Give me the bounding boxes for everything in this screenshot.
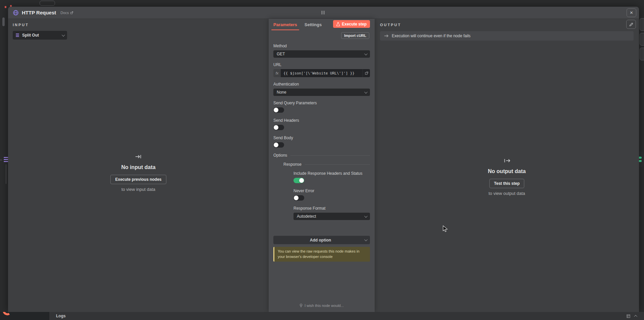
assistant-button-clip: [0, 312, 49, 320]
input-empty-title: No input data: [8, 164, 269, 170]
ai-assistant-icon[interactable]: [2, 312, 13, 316]
execute-previous-nodes-button[interactable]: Execute previous nodes: [110, 175, 166, 184]
chevron-down-icon: [364, 52, 368, 55]
method-select[interactable]: GET: [273, 50, 370, 58]
add-option-button[interactable]: Add option: [273, 236, 370, 244]
input-empty-state: No input data Execute previous nodes to …: [8, 154, 269, 192]
execute-step-button[interactable]: Execute step: [333, 20, 370, 28]
ndv-header: HTTP Request Docs ✕: [8, 7, 639, 19]
bottom-bar: Logs: [0, 312, 644, 320]
chevron-down-icon: [364, 90, 368, 94]
chevron-down-icon: [364, 214, 368, 218]
authentication-select[interactable]: None: [273, 89, 370, 96]
chevron-down-icon: [62, 33, 65, 37]
output-empty-state: No output data Test this step to view ou…: [375, 158, 639, 196]
send-headers-label: Send Headers: [273, 118, 370, 123]
canvas-error-dot: [5, 6, 6, 8]
globe-icon: [13, 10, 19, 16]
never-error-group: Never Error: [273, 189, 370, 201]
node-feedback-prompt[interactable]: I wish this node would...: [273, 300, 370, 312]
options-section-header: Options: [273, 153, 370, 158]
send-query-parameters-label: Send Query Parameters: [273, 101, 370, 105]
bar-to-arrow-icon: [375, 158, 639, 164]
method-label: Method: [273, 44, 370, 48]
continue-on-fail-text: Execution will continue even if the node…: [392, 34, 471, 38]
send-headers-toggle[interactable]: [273, 125, 284, 130]
right-edge-button[interactable]: [640, 18, 644, 31]
response-section-header: Response: [273, 162, 370, 167]
output-panel: OUTPUT Execution will continue even if t…: [375, 19, 639, 312]
response-format-select[interactable]: Autodetect: [293, 213, 370, 220]
tabs-row: Parameters Settings Execute step: [269, 19, 375, 30]
tab-settings[interactable]: Settings: [305, 19, 322, 30]
split-out-icon: [16, 34, 20, 37]
open-expression-editor-icon[interactable]: [363, 69, 370, 77]
logs-label: Logs: [56, 314, 66, 318]
authentication-field: Authentication None: [273, 82, 370, 96]
include-response-headers-label: Include Response Headers and Status: [293, 171, 370, 176]
popout-icon[interactable]: [627, 314, 630, 318]
close-button[interactable]: ✕: [627, 8, 636, 17]
chevron-down-icon: [364, 238, 368, 241]
arrow-to-bar-icon: [8, 154, 269, 160]
test-this-step-button[interactable]: Test this step: [489, 179, 524, 188]
input-source-select[interactable]: Split Out: [13, 31, 67, 40]
send-query-parameters-group: Send Query Parameters: [273, 101, 370, 113]
ndv-body: INPUT Split Out No input data Execute pr…: [8, 19, 639, 312]
response-format-value: Autodetect: [297, 214, 364, 219]
input-empty-hint: to view input data: [8, 187, 269, 192]
divider: [290, 155, 370, 156]
method-field: Method GET: [273, 44, 370, 58]
import-curl-button[interactable]: Import cURL: [341, 32, 369, 39]
send-headers-group: Send Headers: [273, 118, 370, 130]
docs-link[interactable]: Docs: [60, 11, 73, 15]
continue-on-fail-callout: Execution will continue even if the node…: [380, 31, 634, 41]
response-format-field: Response Format Autodetect: [273, 206, 370, 220]
input-source-value: Split Out: [22, 33, 59, 38]
output-empty-title: No output data: [375, 168, 639, 174]
authentication-value: None: [277, 90, 364, 95]
input-panel: INPUT Split Out No input data Execute pr…: [8, 19, 269, 312]
never-error-toggle[interactable]: [293, 195, 304, 201]
output-empty-hint: to view output data: [375, 191, 639, 196]
send-body-label: Send Body: [273, 136, 370, 140]
node-title: HTTP Request: [22, 10, 56, 15]
arrow-right-icon: [384, 34, 389, 38]
panel-drag-handle[interactable]: [321, 11, 325, 14]
authentication-label: Authentication: [273, 82, 370, 87]
output-panel-title: OUTPUT: [380, 23, 634, 27]
divider: [305, 164, 370, 165]
url-field-group: URL fx {{ $json['[\'Website URL\']'] }}: [273, 62, 370, 77]
send-query-parameters-toggle[interactable]: [273, 107, 284, 113]
url-expression-input[interactable]: {{ $json['[\'Website URL\']'] }}: [281, 69, 363, 77]
flask-icon: [336, 22, 340, 26]
include-response-headers-toggle[interactable]: [293, 178, 304, 183]
right-edge-button[interactable]: [640, 48, 644, 60]
logs-bar[interactable]: Logs: [49, 312, 644, 320]
parameters-form: Method GET URL fx {{ $json['[\'Website U…: [269, 41, 375, 312]
send-body-group: Send Body: [273, 136, 370, 148]
url-field: fx {{ $json['[\'Website URL\']'] }}: [273, 69, 370, 77]
edit-output-button[interactable]: [626, 20, 636, 29]
logs-actions: [627, 314, 637, 318]
options-label: Options: [273, 153, 287, 158]
chevron-up-icon[interactable]: [634, 315, 637, 318]
right-edge-button[interactable]: [640, 33, 644, 46]
tab-parameters[interactable]: Parameters: [273, 19, 297, 30]
lightbulb-icon: [300, 304, 303, 308]
connection-line: [6, 164, 6, 184]
send-body-toggle[interactable]: [273, 142, 284, 148]
parameters-panel: Parameters Settings Execute step Import …: [269, 19, 375, 312]
external-link-icon: [70, 11, 73, 14]
background-canvas-node: [40, 1, 55, 6]
connection-line: [0, 160, 2, 160]
import-curl-row: Import cURL: [269, 30, 375, 41]
expression-fx-badge[interactable]: fx: [273, 69, 281, 77]
pencil-icon: [629, 22, 633, 26]
url-label: URL: [273, 62, 370, 67]
never-error-label: Never Error: [293, 189, 370, 193]
canvas-scroll-fragment: [2, 17, 5, 26]
response-format-label: Response Format: [293, 206, 370, 211]
response-label: Response: [283, 162, 302, 167]
close-icon: ✕: [630, 10, 633, 15]
